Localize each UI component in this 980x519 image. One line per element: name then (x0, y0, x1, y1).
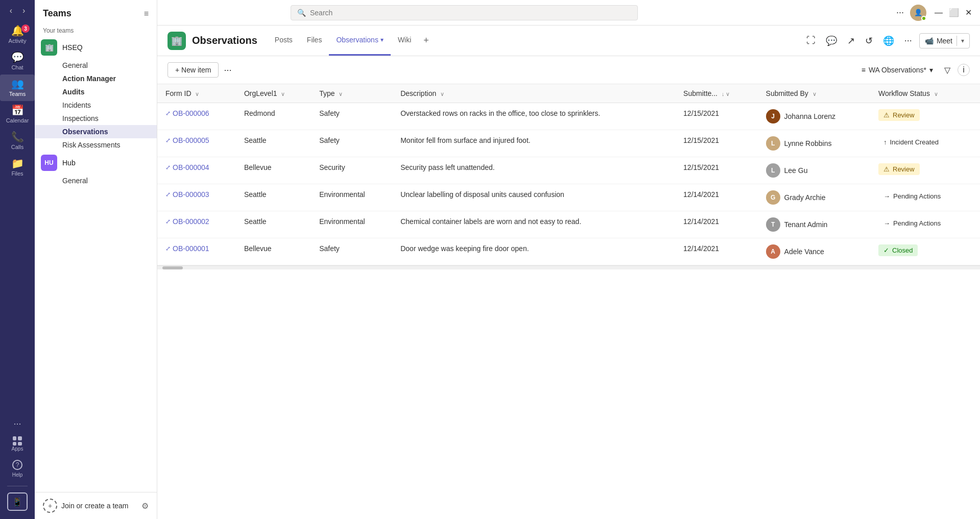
help-label: Help (12, 472, 23, 478)
channel-item-risk-assessments[interactable]: Risk Assessments (35, 138, 157, 152)
hseq-logo-icon: 🏢 (45, 43, 54, 52)
join-team-label: Join or create a team (61, 502, 137, 510)
col-header-submitted-by[interactable]: Submitted By ∨ (758, 84, 870, 103)
search-input[interactable] (310, 9, 631, 17)
col-header-type[interactable]: Type ∨ (311, 84, 392, 103)
form-id-link[interactable]: ⤢OB-000006 (165, 109, 228, 117)
content-area: + New item ··· ≡ WA Observations* ▾ ▽ i … (157, 56, 980, 519)
search-icon: 🔍 (297, 9, 306, 17)
status-icon: → (883, 192, 890, 200)
new-item-label: + New item (175, 66, 211, 74)
status-icon: ✓ (883, 246, 889, 254)
add-tab-button[interactable]: + (418, 26, 434, 56)
forward-button[interactable]: › (19, 4, 28, 17)
rail-item-help[interactable]: ? Help (7, 456, 28, 482)
rail-item-calendar[interactable]: 📅 Calendar (0, 101, 35, 128)
scroll-thumb[interactable] (162, 266, 183, 269)
channel-item-general[interactable]: General (35, 59, 157, 72)
col-sort-type: ∨ (339, 91, 343, 97)
form-id-link[interactable]: ⤢OB-000002 (165, 217, 228, 226)
tab-wiki[interactable]: Wiki (391, 26, 418, 56)
form-id-link[interactable]: ⤢OB-000004 (165, 163, 228, 171)
screen-share-button[interactable]: ⛶ (803, 33, 819, 48)
team-item-hseq[interactable]: 🏢 HSEQ ··· (35, 36, 157, 59)
channel-item-audits[interactable]: Audits (35, 85, 157, 98)
table-body: ⤢OB-000006RedmondSafetyOverstacked rows … (157, 103, 980, 265)
observations-table: Form ID ∨ OrgLevel1 ∨ Type ∨ Description… (157, 84, 980, 265)
sidebar-section-label: Your teams (35, 23, 157, 36)
col-header-submitted[interactable]: Submitte... ↓ ∨ (675, 84, 757, 103)
table-row: ⤢OB-000001BellevueSafetyDoor wedge was k… (157, 238, 980, 265)
team-item-hub[interactable]: HU Hub ··· (35, 152, 157, 174)
channel-item-observations[interactable]: Observations (35, 125, 157, 138)
col-label-submitted: Submitte... (683, 89, 718, 97)
filter-button[interactable]: ▽ (942, 63, 952, 77)
rail-item-files[interactable]: 📁 Files (0, 154, 35, 181)
channel-title: Observations (192, 35, 257, 46)
sidebar-title: Teams (43, 8, 71, 19)
submitter-avatar: J (766, 109, 780, 123)
status-label: Pending Actions (893, 219, 941, 227)
horizontal-scrollbar[interactable] (157, 265, 980, 269)
view-label: WA Observations* (869, 66, 926, 74)
close-button[interactable]: ✕ (965, 8, 972, 17)
form-id-link[interactable]: ⤢OB-000005 (165, 136, 228, 144)
minimize-button[interactable]: — (935, 8, 943, 17)
list-icon: ≡ (862, 66, 866, 74)
col-header-workflow-status[interactable]: Workflow Status ∨ (870, 84, 980, 103)
new-item-button[interactable]: + New item (168, 62, 219, 78)
mobile-device-icon: 📱 (12, 497, 22, 507)
globe-button[interactable]: 🌐 (880, 33, 897, 48)
col-sort-form-id: ∨ (195, 91, 199, 97)
col-label-form-id: Form ID (165, 89, 192, 97)
col-header-description[interactable]: Description ∨ (392, 84, 675, 103)
submitter-name: Johanna Lorenz (784, 112, 835, 120)
mobile-icon[interactable]: 📱 (7, 492, 28, 511)
tab-files[interactable]: Files (300, 26, 329, 56)
channel-chat-button[interactable]: 💬 (823, 33, 840, 48)
form-id-link[interactable]: ⤢OB-000003 (165, 190, 228, 199)
channel-item-action-manager[interactable]: Action Manager (35, 72, 157, 85)
tab-posts[interactable]: Posts (268, 26, 300, 56)
col-sort-submitted: ↓ ∨ (722, 91, 730, 97)
channel-more-button[interactable]: ··· (901, 33, 915, 48)
submitter-avatar: L (766, 136, 780, 151)
channel-item-incidents[interactable]: Incidents (35, 98, 157, 112)
cell-submitted: 12/14/2021 (675, 184, 757, 211)
avatar-initials: 👤 (914, 9, 922, 16)
back-button[interactable]: ‹ (7, 4, 15, 17)
top-bar-more-button[interactable]: ··· (894, 5, 906, 20)
search-bar[interactable]: 🔍 (291, 5, 638, 20)
expand-button[interactable]: ↗ (844, 33, 858, 48)
settings-gear-icon[interactable]: ⚙ (141, 501, 149, 511)
form-id-link[interactable]: ⤢OB-000001 (165, 244, 228, 253)
activity-badge: 3 (21, 24, 30, 33)
refresh-button[interactable]: ↺ (862, 33, 876, 48)
cell-submitted-by: G Grady Archie (758, 184, 870, 211)
more-apps-button[interactable]: ··· (10, 415, 24, 432)
info-button[interactable]: i (958, 64, 970, 76)
col-header-form-id[interactable]: Form ID ∨ (157, 84, 236, 103)
maximize-button[interactable]: ⬜ (949, 8, 959, 17)
meet-button[interactable]: 📹 Meet ▾ (919, 33, 970, 48)
rail-item-teams[interactable]: 👥 Teams (0, 75, 35, 101)
sidebar-footer[interactable]: + Join or create a team ⚙ (35, 492, 157, 519)
cell-submitted: 12/14/2021 (675, 211, 757, 238)
calls-icon: 📞 (11, 132, 24, 142)
channel-item-inspections[interactable]: Inspections (35, 112, 157, 125)
col-header-orglevel1[interactable]: OrgLevel1 ∨ (236, 84, 311, 103)
toolbar-more-button[interactable]: ··· (224, 65, 231, 76)
channel-item-hub-general[interactable]: General (35, 174, 157, 187)
rail-item-chat[interactable]: 💬 Chat (0, 48, 35, 75)
user-avatar[interactable]: 👤 (910, 5, 926, 21)
cell-description: Unclear labelling of disposal units caus… (392, 184, 675, 211)
apps-button[interactable]: Apps (10, 434, 26, 454)
view-selector-button[interactable]: ≡ WA Observations* ▾ (857, 64, 937, 76)
main-content: 🔍 ··· 👤 — ⬜ ✕ 🏢 Observations Posts (157, 0, 980, 519)
tab-observations[interactable]: Observations ▾ (329, 26, 390, 56)
table-row: ⤢OB-000004BellevueSecuritySecurity pass … (157, 157, 980, 184)
filter-icon[interactable]: ≡ (144, 9, 149, 18)
rail-item-activity[interactable]: 3 🔔 Activity (0, 21, 35, 48)
rail-item-calls[interactable]: 📞 Calls (0, 128, 35, 154)
apps-label: Apps (12, 446, 23, 452)
